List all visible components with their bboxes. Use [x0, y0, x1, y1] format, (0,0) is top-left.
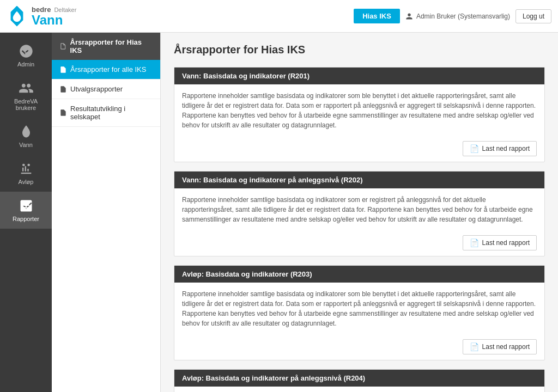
report-card-r203: Avløp: Basisdata og indikatorer (R203) R…: [174, 265, 545, 360]
sidebar-bedrevann-label: BedreVA brukere: [4, 98, 47, 111]
logo-area: bedre Deltaker Vann: [7, 5, 76, 27]
report-header-r202: Vann: Basisdata og indikatorer på anlegg…: [174, 171, 544, 188]
report-footer-r202: 📄 Last ned rapport: [174, 231, 544, 256]
report-description-r201: Rapportene inneholder samtlige basisdata…: [182, 91, 537, 130]
sidebar-avlop-label: Avløp: [19, 179, 34, 185]
hias-badge: Hias IKS: [354, 9, 400, 23]
report-description-r202: Rapportene inneholder samtlige basisdata…: [182, 195, 537, 224]
report-header-r204: Avløp: Basisdata og indikatorer på anleg…: [174, 370, 544, 387]
download-label-r203: Last ned rapport: [482, 343, 530, 351]
doc-icon-1: [59, 66, 67, 74]
report-card-r201: Vann: Basisdata og indikatorer (R201) Ra…: [174, 67, 545, 162]
sidebar-item-rapporter[interactable]: Rapporter: [0, 192, 52, 229]
svg-rect-4: [23, 205, 29, 206]
report-description-r203: Rapportene inneholder samtlige basisdata…: [182, 289, 537, 328]
svg-rect-1: [25, 52, 29, 53]
report-body-r203: Rapportene inneholder samtlige basisdata…: [174, 283, 544, 335]
sidebar-utvalgsrapporter-label: Utvalgsrapporter: [70, 85, 123, 93]
doc-icon-2: [59, 85, 67, 93]
sidebar-item-admin[interactable]: Admin: [0, 37, 52, 74]
download-button-r203[interactable]: 📄 Last ned rapport: [463, 339, 537, 354]
sidebar-arsrapporter-alle-label: Årsrapporter for alle IKS: [70, 65, 146, 74]
sidebar-admin-label: Admin: [17, 61, 34, 68]
svg-point-3: [27, 164, 30, 167]
reports-container: Vann: Basisdata og indikatorer (R201) Ra…: [174, 67, 545, 392]
sidebar: Admin BedreVA brukere Vann Avløp Rapport…: [0, 33, 52, 392]
user-info: Admin Bruker (Systemansvarlig): [405, 13, 510, 20]
download-button-r202[interactable]: 📄 Last ned rapport: [463, 235, 537, 250]
top-right: Hias IKS Admin Bruker (Systemansvarlig) …: [354, 9, 551, 23]
sidebar-item-arsrapporter-alle[interactable]: Årsrapporter for alle IKS: [52, 60, 160, 79]
report-body-r201: Rapportene inneholder samtlige basisdata…: [174, 84, 544, 137]
sidebar-resultatutvikling-label: Resultatutvikling i selskapet: [70, 105, 153, 121]
report-card-r202: Vann: Basisdata og indikatorer på anlegg…: [174, 171, 545, 256]
svg-rect-5: [23, 207, 27, 208]
sidebar-item-avlop[interactable]: Avløp: [0, 155, 52, 192]
download-label-r202: Last ned rapport: [482, 239, 530, 247]
sub-sidebar: Årsrapporter for Hias IKS Årsrapporter f…: [52, 33, 161, 392]
report-icon: [59, 42, 67, 50]
report-footer-r201: 📄 Last ned rapport: [174, 137, 544, 162]
sidebar-vann-label: Vann: [19, 142, 33, 148]
sub-sidebar-header: Årsrapporter for Hias IKS: [52, 33, 160, 60]
sidebar-rapporter-label: Rapporter: [13, 216, 39, 222]
main-layout: Admin BedreVA brukere Vann Avløp Rapport…: [0, 33, 558, 392]
sidebar-item-bedrevann[interactable]: BedreVA brukere: [0, 74, 52, 118]
svg-rect-6: [23, 202, 29, 203]
content-area: Årsrapporter for Hias IKS Vann: Basisdat…: [161, 33, 558, 392]
svg-point-0: [27, 47, 31, 51]
download-label-r201: Last ned rapport: [482, 145, 530, 152]
user-label: Admin Bruker (Systemansvarlig): [416, 13, 510, 20]
top-bar: bedre Deltaker Vann Hias IKS Admin Bruke…: [0, 0, 558, 33]
sidebar-item-vann[interactable]: Vann: [0, 118, 52, 155]
logo-vann: Vann: [32, 14, 76, 27]
svg-point-2: [22, 164, 25, 167]
report-body-r202: Rapportene inneholder samtlige basisdata…: [174, 188, 544, 231]
doc-icon-3: [59, 109, 67, 117]
download-icon-r202: 📄: [470, 238, 479, 247]
logout-button[interactable]: Logg ut: [515, 9, 551, 23]
sub-sidebar-header-label: Årsrapporter for Hias IKS: [70, 38, 153, 54]
user-icon: [405, 13, 413, 20]
download-button-r201[interactable]: 📄 Last ned rapport: [463, 141, 537, 156]
sidebar-item-resultatutvikling[interactable]: Resultatutvikling i selskapet: [52, 99, 160, 127]
report-body-r204: Rapportene inneholder samtlige basisdata…: [174, 387, 544, 392]
page-title: Årsrapporter for Hias IKS: [174, 44, 545, 56]
report-footer-r203: 📄 Last ned rapport: [174, 335, 544, 360]
download-icon-r201: 📄: [470, 144, 479, 153]
report-card-r204: Avløp: Basisdata og indikatorer på anleg…: [174, 369, 545, 392]
download-icon-r203: 📄: [470, 342, 479, 351]
report-header-r201: Vann: Basisdata og indikatorer (R201): [174, 68, 544, 84]
sidebar-item-utvalgsrapporter[interactable]: Utvalgsrapporter: [52, 79, 160, 99]
logo-drop-icon: [7, 6, 27, 27]
report-header-r203: Avløp: Basisdata og indikatorer (R203): [174, 266, 544, 283]
